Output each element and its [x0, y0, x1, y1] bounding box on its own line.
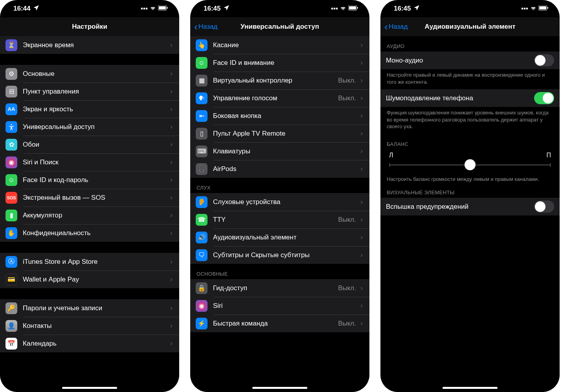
settings-list[interactable]: ⏳ Экранное время › ⚙ Основные › ⊟ Пункт … — [0, 36, 179, 392]
mono-audio-switch[interactable] — [534, 54, 554, 66]
chevron-right-icon: › — [169, 70, 174, 78]
touch-icon: 👆 — [196, 39, 208, 51]
row-sos[interactable]: SOS Экстренный вызов — SOS › — [0, 189, 179, 206]
noise-cancel-switch[interactable] — [534, 92, 554, 104]
chevron-left-icon: ‹ — [384, 21, 388, 33]
accessibility-list[interactable]: 👆 Касание › ☺ Face ID и внимание › ▦ Вир… — [190, 36, 369, 392]
chevron-right-icon: › — [359, 112, 364, 120]
nav-title: Настройки — [72, 23, 107, 31]
row-privacy[interactable]: ✋ Конфиденциальность › — [0, 224, 179, 242]
siri-icon: ◉ — [196, 300, 208, 312]
mono-footer: Настройте правый и левый динамик на восп… — [380, 69, 560, 89]
chevron-right-icon: › — [359, 319, 364, 328]
row-subtitles[interactable]: 🗨 Субтитры и Скрытые субтитры › — [190, 246, 369, 264]
row-audiovisual[interactable]: 🔊 Аудиовизуальный элемент › — [190, 228, 369, 246]
key-icon: 🔑 — [6, 302, 17, 314]
flash-alerts-switch[interactable] — [534, 201, 554, 213]
row-siri[interactable]: ◉ Siri › — [190, 297, 369, 315]
svg-rect-2 — [167, 7, 168, 9]
signal-icon: ▪▪▪ — [521, 5, 528, 13]
faceid-icon: ☺ — [196, 57, 208, 69]
row-hearing-devices[interactable]: 👂 Слуховые устройства › — [190, 193, 369, 211]
home-indicator[interactable] — [252, 387, 307, 389]
chevron-right-icon: › — [359, 76, 364, 85]
row-general[interactable]: ⚙ Основные › — [0, 65, 179, 83]
svg-rect-6 — [357, 7, 358, 9]
status-bar: 16:45 ▪▪▪ — [380, 0, 560, 17]
calendar-icon: 📅 — [6, 338, 17, 350]
balance-slider-row: Л П — [380, 149, 560, 173]
chevron-right-icon: › — [359, 129, 364, 138]
row-tv-remote[interactable]: ▯ Пульт Apple TV Remote › — [190, 125, 369, 142]
siri-icon: ◉ — [6, 156, 17, 168]
row-display[interactable]: AA Экран и яркость › — [0, 100, 179, 118]
row-side-button[interactable]: ⇤ Боковая кнопка › — [190, 107, 369, 125]
row-voice-control[interactable]: 🗣 Управление голосом Выкл. › — [190, 89, 369, 107]
back-button[interactable]: ‹ Назад — [384, 21, 408, 33]
row-calendar[interactable]: 📅 Календарь › — [0, 335, 179, 352]
phone-settings: 16:44 ▪▪▪ Настройки ⏳ Экранное время › ⚙… — [0, 0, 179, 392]
row-contacts[interactable]: 👤 Контакты › — [0, 317, 179, 335]
row-appstore[interactable]: Ⓐ iTunes Store и App Store › — [0, 253, 179, 271]
row-airpods[interactable]: 🎧 AirPods › — [190, 160, 369, 178]
chevron-right-icon: › — [169, 211, 174, 219]
row-tty[interactable]: ☎ TTY Выкл. › — [190, 211, 369, 228]
row-wallpaper[interactable]: ✿ Обои › — [0, 136, 179, 153]
row-siri[interactable]: ◉ Siri и Поиск › — [0, 153, 179, 171]
side-button-icon: ⇤ — [196, 110, 208, 122]
row-passwords[interactable]: 🔑 Пароли и учетные записи › — [0, 299, 179, 317]
shortcut-icon: ⚡ — [196, 318, 208, 329]
section-balance: БАЛАНС — [380, 134, 560, 149]
row-switch-control[interactable]: ▦ Виртуальный контроллер Выкл. › — [190, 72, 369, 89]
battery-icon — [158, 5, 168, 13]
section-hearing: СЛУХ — [190, 178, 369, 193]
chevron-right-icon: › — [169, 322, 174, 330]
chevron-right-icon: › — [359, 233, 364, 241]
svg-rect-1 — [159, 6, 166, 9]
wifi-icon — [149, 4, 156, 13]
row-flash-alerts[interactable]: Вспышка предупреждений — [380, 198, 560, 215]
chevron-right-icon: › — [169, 258, 174, 266]
wifi-icon — [530, 4, 537, 13]
row-control-center[interactable]: ⊟ Пункт управления › — [0, 83, 179, 100]
nav-bar: ‹ Назад Универсальный доступ — [190, 17, 369, 36]
aa-icon: AA — [6, 103, 17, 115]
chevron-right-icon: › — [169, 41, 174, 49]
row-faceid[interactable]: ☺ Face ID и код-пароль › — [0, 171, 179, 189]
phone-audiovisual: 16:45 ▪▪▪ ‹ Назад Аудиовизуальный элемен… — [380, 0, 560, 392]
hand-icon: ✋ — [6, 227, 17, 239]
row-guided-access[interactable]: 🔒 Гид-доступ Выкл. › — [190, 279, 369, 297]
row-screentime[interactable]: ⏳ Экранное время › — [0, 36, 179, 54]
audiovisual-list[interactable]: АУДИО Моно-аудио Настройте правый и левы… — [380, 36, 560, 392]
contacts-icon: 👤 — [6, 320, 17, 332]
home-indicator[interactable] — [62, 387, 117, 389]
flower-icon: ✿ — [6, 139, 17, 151]
row-battery[interactable]: ▮ Аккумулятор › — [0, 206, 179, 224]
row-touch[interactable]: 👆 Касание › — [190, 36, 369, 54]
row-shortcut[interactable]: ⚡ Быстрая команда Выкл. › — [190, 315, 369, 332]
gear-icon: ⚙ — [6, 68, 17, 80]
wifi-icon — [340, 4, 347, 13]
back-button[interactable]: ‹ Назад — [194, 21, 217, 33]
home-indicator[interactable] — [443, 387, 498, 389]
row-wallet[interactable]: 💳 Wallet и Apple Pay › — [0, 271, 179, 288]
balance-slider[interactable] — [389, 164, 551, 166]
balance-footer: Настроить баланс громкости между левым и… — [380, 173, 560, 187]
noise-footer: Функция шумоподавления понижает уровень … — [380, 107, 560, 134]
svg-rect-5 — [349, 6, 356, 9]
chevron-right-icon: › — [169, 275, 174, 283]
battery-icon: ▮ — [6, 210, 17, 221]
row-keyboards[interactable]: ⌨ Клавиатуры › — [190, 142, 369, 160]
svg-rect-9 — [547, 7, 548, 9]
chevron-right-icon: › — [359, 41, 364, 49]
row-faceid-attention[interactable]: ☺ Face ID и внимание › — [190, 54, 369, 72]
chevron-right-icon: › — [359, 94, 364, 102]
subtitles-icon: 🗨 — [196, 249, 208, 261]
status-bar: 16:45 ▪▪▪ — [190, 0, 369, 17]
section-visual: ВИЗУАЛЬНЫЕ ЭЛЕМЕНТЫ — [380, 186, 560, 198]
balance-slider-thumb[interactable] — [465, 159, 476, 170]
chevron-right-icon: › — [359, 147, 364, 155]
row-accessibility[interactable]: Универсальный доступ › — [0, 118, 179, 136]
row-noise-cancel: Шумоподавление телефона — [380, 89, 560, 107]
svg-rect-8 — [539, 6, 546, 9]
